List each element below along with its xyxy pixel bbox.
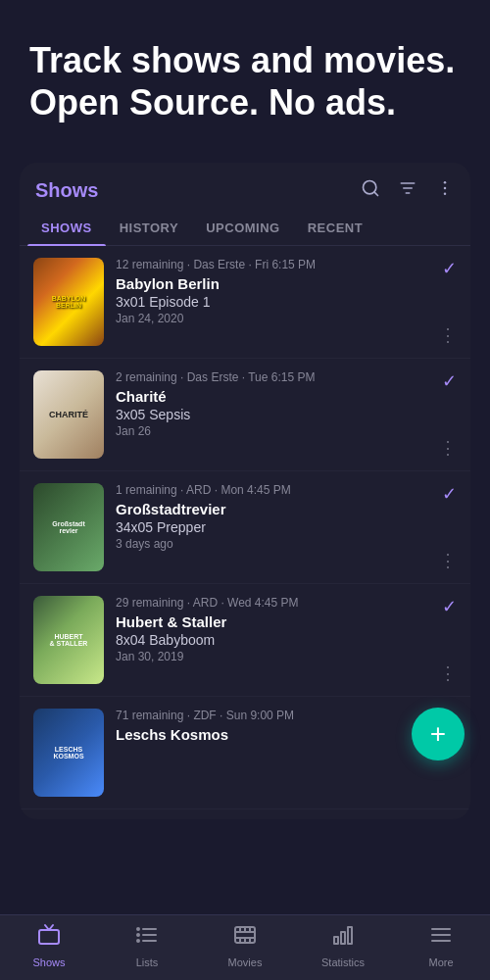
item-more-icon[interactable]: ⋮ (439, 662, 457, 684)
check-icon[interactable]: ✓ (442, 370, 457, 392)
show-info-charite: 2 remaining · Das Erste · Tue 6:15 PM Ch… (116, 370, 431, 438)
show-date: 3 days ago (116, 537, 431, 551)
list-item[interactable]: CHARITÉ 2 remaining · Das Erste · Tue 6:… (20, 359, 470, 471)
fab-add-button[interactable]: + (412, 708, 465, 760)
more-nav-icon (429, 923, 453, 953)
tab-shows[interactable]: SHOWS (27, 211, 106, 245)
show-poster-leschs: LESCHSKOSMOS (33, 709, 104, 797)
nav-item-more[interactable]: More (392, 923, 490, 968)
list-item[interactable]: Großstadtrevier 1 remaining · ARD · Mon … (20, 471, 470, 584)
item-more-icon[interactable]: ⋮ (439, 437, 457, 459)
card-header: Shows (20, 163, 470, 211)
filter-icon[interactable] (398, 178, 417, 203)
show-date: Jan 26 (116, 424, 431, 438)
show-list: BABYLONBERLIN 12 remaining · Das Erste ·… (20, 246, 470, 809)
show-poster-hubert: HUBERT& STALLER (33, 596, 104, 684)
show-info-babylon: 12 remaining · Das Erste · Fri 6:15 PM B… (116, 258, 431, 325)
show-poster-babylon: BABYLONBERLIN (33, 258, 104, 346)
show-info-leschs: 71 remaining · ZDF · Sun 9:00 PM Leschs … (116, 709, 449, 745)
show-actions: ✓ ⋮ (439, 483, 457, 571)
show-actions: ✓ ⋮ (439, 258, 457, 346)
svg-rect-24 (334, 937, 338, 944)
nav-label-more: More (428, 956, 453, 968)
show-actions: ✓ ⋮ (439, 596, 457, 684)
bottom-navigation: Shows Lists Movies (0, 914, 490, 980)
svg-point-6 (444, 187, 447, 190)
svg-rect-26 (348, 927, 352, 944)
nav-item-statistics[interactable]: Statistics (294, 923, 392, 968)
show-episode: 34x05 Prepper (116, 519, 431, 535)
check-icon[interactable]: ✓ (442, 596, 457, 617)
svg-line-1 (374, 192, 378, 196)
movies-nav-icon (233, 923, 257, 953)
show-poster-charite: CHARITÉ (33, 370, 104, 459)
show-title: Charité (116, 388, 431, 405)
show-title: Leschs Kosmos (116, 726, 449, 743)
show-meta: 71 remaining · ZDF · Sun 9:00 PM (116, 709, 449, 722)
show-episode: 3x05 Sepsis (116, 407, 431, 422)
show-meta: 12 remaining · Das Erste · Fri 6:15 PM (116, 258, 431, 271)
show-title: Hubert & Staller (116, 613, 431, 630)
show-info-hubert: 29 remaining · ARD · Wed 4:45 PM Hubert … (116, 596, 431, 663)
show-episode: 8x04 Babyboom (116, 632, 431, 648)
list-item[interactable]: BABYLONBERLIN 12 remaining · Das Erste ·… (20, 246, 470, 359)
svg-point-12 (137, 928, 139, 930)
app-card-wrapper: Shows (0, 163, 490, 819)
list-item[interactable]: LESCHSKOSMOS 71 remaining · ZDF · Sun 9:… (20, 697, 470, 809)
header-icons (361, 178, 455, 203)
tabs-bar: SHOWS HISTORY UPCOMING RECENT (20, 211, 470, 246)
tab-recent[interactable]: RECENT (294, 211, 376, 245)
nav-label-shows: Shows (32, 956, 65, 968)
show-date: Jan 24, 2020 (116, 312, 431, 325)
nav-item-movies[interactable]: Movies (196, 923, 294, 968)
overflow-menu-icon[interactable] (435, 178, 455, 203)
show-actions: ✓ ⋮ (439, 370, 457, 459)
show-title: Großstadtrevier (116, 501, 431, 517)
svg-point-5 (444, 181, 447, 184)
tab-history[interactable]: HISTORY (106, 211, 193, 245)
hero-title: Track shows and movies. Open Source. No … (29, 39, 461, 123)
item-more-icon[interactable]: ⋮ (439, 550, 457, 571)
tab-upcoming[interactable]: UPCOMING (192, 211, 294, 245)
nav-label-lists: Lists (136, 956, 159, 968)
svg-rect-25 (341, 932, 345, 944)
show-poster-grossstadt: Großstadtrevier (33, 483, 104, 571)
nav-label-movies: Movies (228, 956, 263, 968)
nav-item-shows[interactable]: Shows (0, 923, 98, 968)
show-meta: 1 remaining · ARD · Mon 4:45 PM (116, 483, 431, 497)
show-date: Jan 30, 2019 (116, 650, 431, 663)
search-icon[interactable] (361, 178, 380, 203)
svg-point-13 (137, 934, 139, 936)
statistics-nav-icon (331, 923, 355, 953)
card-title: Shows (35, 179, 98, 202)
show-episode: 3x01 Episode 1 (116, 294, 431, 310)
hero-section: Track shows and movies. Open Source. No … (0, 0, 490, 153)
app-card: Shows (20, 163, 470, 819)
item-more-icon[interactable]: ⋮ (439, 324, 457, 346)
svg-rect-8 (39, 930, 59, 944)
check-icon[interactable]: ✓ (442, 483, 457, 505)
lists-nav-icon (135, 923, 159, 953)
shows-nav-icon (37, 923, 61, 953)
check-icon[interactable]: ✓ (442, 258, 457, 279)
svg-point-7 (444, 193, 447, 196)
show-title: Babylon Berlin (116, 275, 431, 292)
show-info-grossstadt: 1 remaining · ARD · Mon 4:45 PM Großstad… (116, 483, 431, 551)
svg-point-14 (137, 940, 139, 942)
show-meta: 29 remaining · ARD · Wed 4:45 PM (116, 596, 431, 610)
nav-item-lists[interactable]: Lists (98, 923, 196, 968)
list-item[interactable]: HUBERT& STALLER 29 remaining · ARD · Wed… (20, 584, 470, 697)
show-meta: 2 remaining · Das Erste · Tue 6:15 PM (116, 370, 431, 384)
nav-label-statistics: Statistics (321, 956, 365, 968)
